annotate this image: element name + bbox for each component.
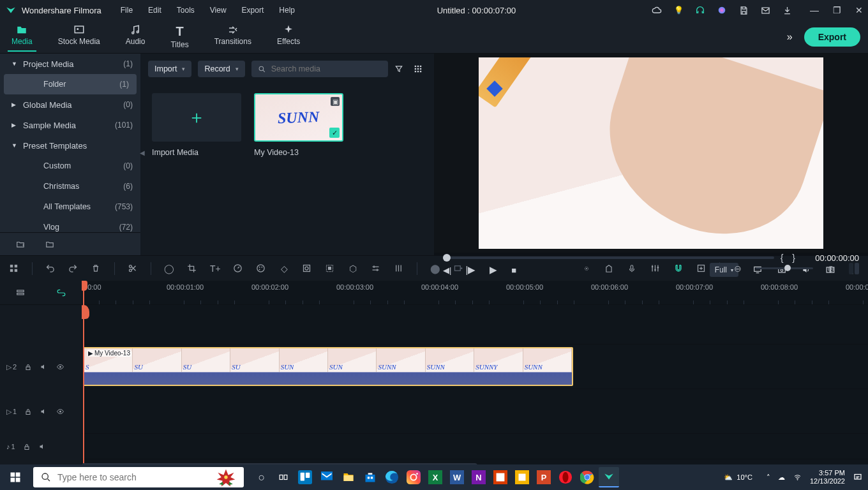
adjust-button[interactable] [371,264,381,273]
tray-chevron-icon[interactable]: ˄ [767,473,770,482]
marker-button[interactable] [604,264,615,274]
tab-transitions[interactable]: Transitions [211,22,255,52]
menu-file[interactable]: File [114,3,139,17]
mixer-button[interactable] [650,264,661,273]
record-dropdown[interactable]: Record▾ [198,61,244,77]
tab-audio[interactable]: Audio [122,22,149,52]
taskbar-clock[interactable]: 3:57 PM 12/13/2022 [810,469,845,486]
library-item[interactable]: ▶Global Media(0) [0,94,140,115]
scrub-thumb[interactable] [443,254,451,262]
library-item[interactable]: Christmas(6) [0,176,140,197]
tab-effects[interactable]: Effects [273,22,304,52]
library-item[interactable]: All Templates(753) [0,197,140,217]
onenote-icon[interactable]: N [468,467,489,487]
keyframe-button[interactable]: ◇ [279,264,289,274]
tab-stock-media[interactable]: Stock Media [54,22,104,52]
menu-view[interactable]: View [204,3,233,17]
filter-icon[interactable] [394,64,407,73]
app-wps-icon[interactable] [490,467,511,487]
track-lock-icon[interactable] [24,363,32,371]
wifi-icon[interactable] [793,473,802,481]
playhead[interactable] [83,281,84,463]
opera-icon[interactable] [555,467,576,487]
select-tool-icon[interactable] [9,264,19,273]
timeline-video-track-2[interactable]: ▶ My Video-13 SSUSUSUSUNSUNSUNNSUNNSUNNY… [82,345,868,389]
mark-in-button[interactable]: { [781,253,784,263]
track-play-icon[interactable]: ▷2 [6,363,17,371]
onedrive-icon[interactable]: ☁ [778,473,785,482]
timeline-clip[interactable]: ▶ My Video-13 SSUSUSUSUNSUNSUNNSUNNSUNNY… [83,347,573,386]
word-icon[interactable]: W [447,467,467,487]
library-item[interactable]: ▼Preset Templates [0,135,140,156]
detach-audio-button[interactable] [325,264,335,273]
track-play-icon[interactable]: ▷1 [6,408,17,416]
collapse-sidebar-handle[interactable]: ◀ [140,149,145,156]
link-toggle-button[interactable] [56,288,67,297]
render-preview-button[interactable] [453,264,463,273]
track-mute-icon[interactable] [38,443,47,450]
timeline-track-spacer[interactable] [82,305,868,345]
folder-button[interactable] [45,240,55,249]
library-item[interactable]: Vlog(72) [0,217,140,232]
message-icon[interactable] [760,5,770,15]
search-media-input[interactable] [271,64,382,73]
close-button[interactable]: ✕ [855,5,863,15]
scrub-track[interactable] [443,256,774,259]
menu-export[interactable]: Export [236,3,271,17]
instagram-icon[interactable] [403,467,424,487]
powerpoint-icon[interactable]: P [534,467,554,487]
cortana-icon[interactable]: ○ [251,467,272,487]
library-item[interactable]: ▶Sample Media(101) [0,115,140,135]
split-button[interactable] [128,264,138,273]
notifications-icon[interactable] [853,473,863,482]
timeline-audio-track-1[interactable] [82,434,868,459]
track-lock-icon[interactable] [24,408,32,416]
zoom-slider[interactable] [756,267,813,269]
tab-media[interactable]: Media [8,22,36,52]
record-voiceover-button[interactable]: ⬤ [430,264,440,274]
grid-view-icon[interactable] [414,64,426,73]
auto-ripple-button[interactable] [696,264,707,273]
library-item[interactable]: Folder(1) [4,74,137,94]
track-lock-icon[interactable] [23,443,31,451]
zoom-out-button[interactable]: ⊖ [733,264,743,274]
undo-button[interactable] [45,264,56,273]
trello-icon[interactable] [295,467,315,487]
weather-widget[interactable]: ⛅ 10°C [724,473,752,482]
track-mute-icon[interactable] [40,408,48,415]
mic-button[interactable] [627,264,638,274]
preview-canvas[interactable] [434,54,868,253]
text-tool-button[interactable]: T+ [210,264,220,274]
color-button[interactable] [256,264,266,273]
excel-icon[interactable]: X [425,467,445,487]
track-mute-icon[interactable] [40,363,48,371]
chrome-icon[interactable] [577,467,597,487]
zoom-in-button[interactable]: ⊕ [826,264,836,274]
store-icon[interactable] [360,467,380,487]
taskbar-search-input[interactable] [57,472,236,482]
crop-button[interactable] [187,264,197,273]
import-media-card[interactable]: ＋ Import Media [152,93,241,157]
explorer-icon[interactable] [338,467,359,487]
magnetic-button[interactable] [673,264,684,274]
stop-button[interactable]: ■ [511,265,516,275]
mark-button[interactable]: ◯ [164,264,174,274]
prev-frame-button[interactable]: ◀| [443,265,451,275]
track-manager-button[interactable] [15,288,26,297]
account-icon[interactable] [717,5,727,15]
mask-button[interactable]: ⬡ [348,264,358,274]
timeline-ruler[interactable]: :00:0000:00:01:0000:00:02:0000:00:03:000… [82,281,868,305]
library-item[interactable]: ▼Project Media(1) [0,54,140,74]
new-folder-button[interactable] [15,240,26,249]
green-screen-button[interactable] [302,264,312,273]
lightbulb-icon[interactable]: 💡 [673,5,684,15]
more-tabs-button[interactable]: » [787,31,793,43]
step-button[interactable]: |▶ [465,264,475,276]
menu-help[interactable]: Help [273,3,301,17]
track-visibility-icon[interactable] [56,363,65,371]
track-visibility-icon[interactable] [56,408,65,415]
start-button[interactable] [0,464,31,490]
delete-button[interactable] [91,264,101,273]
play-button[interactable]: ▶ [490,264,497,276]
audio-mixer-button[interactable] [394,264,404,273]
